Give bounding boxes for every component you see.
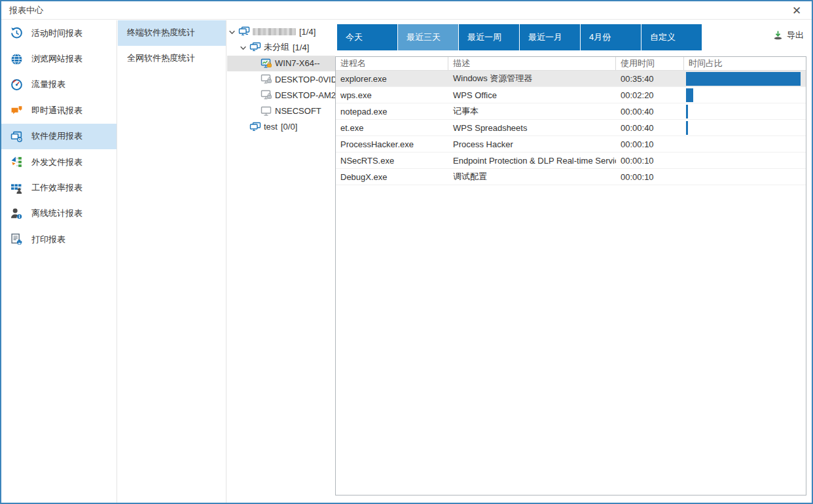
sidebar-item-print[interactable]: 打印报表 <box>1 226 117 252</box>
cell-description: WPS Spreadsheets <box>448 120 616 135</box>
report-submenu: 终端软件热度统计 全网软件热度统计 <box>118 20 226 503</box>
time-ratio-bar <box>686 72 801 86</box>
chevron-down-icon[interactable] <box>228 28 236 35</box>
cell-process: NSecRTS.exe <box>336 153 448 168</box>
tab-last-month[interactable]: 最近一月 <box>520 24 580 50</box>
tree-node-count: [1/4] <box>299 27 316 37</box>
tree-node-label: DESKTOP-0VID... <box>275 75 344 84</box>
tree-node-root[interactable]: [1/4] <box>227 24 335 39</box>
tree-node-label: NSECSOFT <box>275 106 321 116</box>
sidebar-item-software-usage[interactable]: 软件使用报表 <box>1 124 117 149</box>
export-label: 导出 <box>787 29 804 41</box>
tree-node-desktop-am2[interactable]: DESKTOP-AM2... <box>227 87 335 103</box>
device-tree: [1/4] 未分组 [1/4] WIN7-X64-- DESKTOP-0VID.… <box>227 20 335 503</box>
report-center-window: 报表中心 ✕ 活动时间报表 浏览网站报表 流量报表 即时通讯报表 软件使用报表 … <box>0 0 813 504</box>
tree-node-desktop-0vid[interactable]: DESKTOP-0VID... <box>227 71 335 87</box>
sidebar-item-im[interactable]: 即时通讯报表 <box>1 98 117 123</box>
cell-process: et.exe <box>336 120 448 135</box>
cell-description: Process Hacker <box>448 136 616 152</box>
column-header-usage-time[interactable]: 使用时间 <box>616 57 684 70</box>
tab-last-3-days[interactable]: 最近三天 <box>398 24 458 50</box>
table-row[interactable]: NSecRTS.exe Endpoint Protection & DLP Re… <box>336 153 806 169</box>
printer-icon <box>10 233 23 245</box>
history-clock-icon <box>10 27 23 39</box>
chevron-down-icon[interactable] <box>240 44 247 51</box>
close-icon[interactable]: ✕ <box>786 1 808 20</box>
cell-usage-time: 00:00:40 <box>616 120 684 135</box>
tab-today[interactable]: 今天 <box>337 24 397 50</box>
titlebar: 报表中心 ✕ <box>1 1 812 20</box>
cell-process: ProcessHacker.exe <box>336 136 448 152</box>
tab-custom[interactable]: 自定义 <box>641 24 702 50</box>
tab-april[interactable]: 4月份 <box>581 24 641 50</box>
table-row[interactable]: wps.exe WPS Office 00:02:20 <box>336 87 806 103</box>
redacted-group-name <box>253 28 296 35</box>
globe-icon <box>10 53 23 65</box>
tab-last-week[interactable]: 最近一周 <box>459 24 519 50</box>
computer-group-icon <box>249 121 261 133</box>
submenu-item-network-software-heat[interactable]: 全网软件热度统计 <box>118 46 226 71</box>
cell-description: 调试配置 <box>448 169 616 185</box>
export-button[interactable]: 导出 <box>772 29 804 41</box>
cell-description: Endpoint Protection & DLP Real-time Serv… <box>448 153 616 168</box>
sidebar-item-label: 即时通讯报表 <box>31 105 82 117</box>
endpoint-locked-icon <box>261 89 272 101</box>
tree-node-label: test <box>264 122 278 132</box>
cell-usage-time: 00:35:40 <box>616 71 684 86</box>
sidebar-item-label: 离线统计报表 <box>31 207 82 219</box>
table-row[interactable]: notepad.exe 记事本 00:00:40 <box>336 103 806 120</box>
endpoint-icon <box>261 105 272 117</box>
tree-node-test[interactable]: test [0/0] <box>227 119 335 135</box>
sidebar-item-label: 浏览网站报表 <box>31 53 82 65</box>
tree-node-ungrouped[interactable]: 未分组 [1/4] <box>227 39 335 55</box>
sidebar-item-label: 外发文件报表 <box>31 156 82 168</box>
process-table-panel: 进程名 描述 使用时间 时间占比 explorer.exe Windows 资源… <box>335 56 806 495</box>
cell-usage-time: 00:00:10 <box>616 169 684 185</box>
main-content: 今天 最近三天 最近一周 最近一月 4月份 自定义 导出 进程名 描述 使用时间… <box>335 20 812 503</box>
sidebar-item-label: 软件使用报表 <box>31 130 82 142</box>
column-header-time-ratio[interactable]: 时间占比 <box>684 57 806 70</box>
tree-node-label: WIN7-X64-- <box>275 58 320 68</box>
sidebar-item-outgoing-files[interactable]: 外发文件报表 <box>1 149 117 175</box>
time-ratio-bar <box>686 88 693 102</box>
tree-node-win7-x64[interactable]: WIN7-X64-- <box>227 56 335 71</box>
outgoing-file-icon <box>10 156 23 168</box>
sidebar-item-traffic[interactable]: 流量报表 <box>1 72 117 98</box>
table-row[interactable]: explorer.exe Windows 资源管理器 00:35:40 <box>336 71 806 87</box>
sidebar-item-activity-time[interactable]: 活动时间报表 <box>1 20 117 46</box>
cell-description: 记事本 <box>448 103 616 119</box>
chat-icon <box>10 104 23 117</box>
export-download-icon <box>772 30 784 41</box>
table-header: 进程名 描述 使用时间 时间占比 <box>336 57 806 71</box>
computer-group-icon <box>238 26 250 37</box>
sidebar-item-label: 活动时间报表 <box>31 27 82 39</box>
submenu-item-terminal-software-heat[interactable]: 终端软件热度统计 <box>118 20 226 46</box>
table-row[interactable]: ProcessHacker.exe Process Hacker 00:00:1… <box>336 136 806 153</box>
sidebar: 活动时间报表 浏览网站报表 流量报表 即时通讯报表 软件使用报表 外发文件报表 … <box>1 20 117 503</box>
column-header-description[interactable]: 描述 <box>448 57 616 70</box>
time-ratio-bar <box>686 105 688 118</box>
table-row[interactable]: et.exe WPS Spreadsheets 00:00:40 <box>336 120 806 136</box>
cell-usage-time: 00:00:10 <box>616 136 684 152</box>
date-range-tabbar: 今天 最近三天 最近一周 最近一月 4月份 自定义 <box>337 24 702 50</box>
cell-usage-time: 00:00:40 <box>616 103 684 119</box>
table-row[interactable]: DebugX.exe 调试配置 00:00:10 <box>336 169 806 185</box>
tree-node-count: [1/4] <box>293 43 309 52</box>
offline-user-icon <box>10 207 23 220</box>
sidebar-item-offline-stats[interactable]: 离线统计报表 <box>1 201 117 226</box>
sidebar-item-label: 打印报表 <box>31 234 65 245</box>
cell-usage-time: 00:00:10 <box>616 153 684 168</box>
software-usage-icon <box>10 130 23 143</box>
cell-description: Windows 资源管理器 <box>448 71 616 86</box>
chevron-placeholder <box>240 123 247 130</box>
tree-node-count: [0/0] <box>281 122 297 132</box>
tree-node-label: 未分组 <box>264 41 289 53</box>
sidebar-item-browsing[interactable]: 浏览网站报表 <box>1 46 117 71</box>
tree-node-label: DESKTOP-AM2... <box>275 90 343 100</box>
endpoint-online-locked-icon <box>261 58 272 69</box>
sidebar-item-efficiency[interactable]: 工作效率报表 <box>1 175 117 200</box>
column-header-process[interactable]: 进程名 <box>336 57 448 70</box>
tree-node-nsecsoft[interactable]: NSECSOFT <box>227 103 335 118</box>
computer-group-icon <box>249 41 261 53</box>
cell-usage-time: 00:02:20 <box>616 87 684 103</box>
